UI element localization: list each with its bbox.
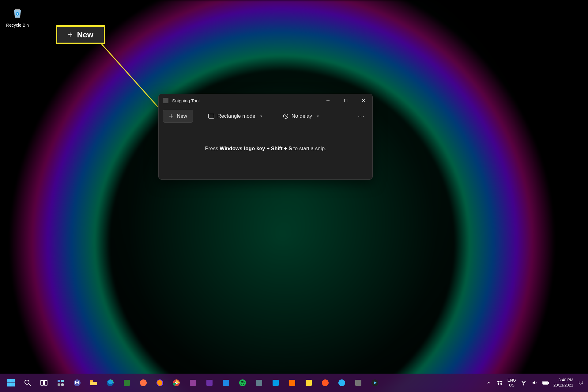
svg-rect-3 [345, 99, 347, 102]
ellipsis-icon: ··· [358, 113, 365, 120]
svg-rect-21 [61, 380, 64, 382]
svg-rect-15 [11, 383, 15, 386]
firefox-button[interactable] [153, 375, 167, 390]
window-close-button[interactable] [355, 94, 372, 107]
clock-time: 3:40 PM [553, 378, 573, 383]
clock-date: 20/11/2021 [553, 383, 573, 388]
svg-rect-14 [7, 383, 11, 386]
taskbar-app-icon[interactable] [351, 375, 366, 390]
widgets-button[interactable] [53, 375, 68, 390]
taskbar-app-icon[interactable] [252, 375, 266, 390]
callout-label: New [77, 30, 93, 40]
notifications-button[interactable] [578, 379, 584, 386]
window-title: Snipping Tool [172, 98, 319, 103]
task-view-button[interactable] [37, 375, 51, 390]
system-clock[interactable]: 3:40 PM 20/11/2021 [553, 378, 573, 388]
chat-button[interactable] [70, 375, 85, 390]
file-explorer-button[interactable] [86, 375, 101, 390]
svg-rect-48 [548, 382, 549, 383]
window-titlebar[interactable]: Snipping Tool [159, 94, 372, 107]
svg-rect-37 [256, 380, 262, 386]
chevron-down-icon: ▾ [260, 114, 262, 118]
svg-rect-38 [273, 380, 279, 386]
svg-rect-39 [289, 380, 295, 386]
taskbar-app-icon[interactable] [334, 375, 349, 390]
recycle-bin-icon [9, 4, 26, 21]
search-button[interactable] [20, 375, 35, 390]
taskbar-app-icon[interactable] [318, 375, 333, 390]
svg-rect-12 [7, 379, 11, 382]
window-minimize-button[interactable] [319, 94, 337, 107]
spotify-button[interactable] [235, 375, 250, 390]
lang-region: US [507, 383, 516, 388]
recycle-bin-label: Recycle Bin [6, 23, 29, 28]
snipping-tool-app-icon [163, 98, 168, 103]
plus-icon [169, 114, 174, 119]
taskbar-app-icon[interactable] [186, 375, 200, 390]
volume-tray-icon[interactable] [531, 379, 538, 386]
dropbox-tray-icon[interactable] [496, 379, 503, 386]
svg-rect-13 [11, 379, 15, 382]
taskbar-app-icon[interactable] [368, 375, 382, 390]
svg-point-41 [322, 379, 329, 386]
taskbar-app-icon[interactable] [136, 375, 151, 390]
svg-rect-27 [124, 380, 130, 386]
chevron-down-icon: ▾ [317, 114, 319, 118]
lang-code: ENG [507, 378, 516, 383]
svg-point-28 [140, 379, 147, 386]
delay-dropdown[interactable]: No delay ▾ [277, 110, 324, 122]
desktop-wallpaper [0, 0, 588, 392]
taskbar-app-icon[interactable] [268, 375, 283, 390]
snipping-tool-window: Snipping Tool New Rectangle mode ▾ [158, 94, 373, 180]
new-snip-button[interactable]: New [163, 110, 193, 123]
recycle-bin-desktop-icon[interactable]: Recycle Bin [6, 4, 29, 28]
chrome-button[interactable] [169, 375, 184, 390]
taskbar-app-icon[interactable] [285, 375, 300, 390]
battery-tray-icon[interactable] [542, 379, 549, 386]
taskbar: ENG US 3:40 PM 20/11/2021 [0, 374, 588, 392]
taskbar-app-icon[interactable] [301, 375, 316, 390]
svg-rect-19 [44, 380, 47, 385]
mode-label: Rectangle mode [217, 113, 255, 119]
svg-rect-34 [206, 380, 213, 386]
new-button-label: New [177, 113, 187, 119]
svg-rect-18 [41, 380, 43, 385]
rectangle-icon [208, 114, 214, 119]
svg-rect-23 [61, 383, 64, 386]
svg-point-16 [25, 380, 29, 384]
taskbar-app-icon[interactable] [202, 375, 217, 390]
svg-line-17 [28, 384, 31, 386]
plus-icon: + [68, 30, 73, 40]
svg-rect-35 [223, 380, 229, 386]
svg-rect-20 [58, 380, 60, 382]
more-options-button[interactable]: ··· [355, 109, 368, 123]
start-button[interactable] [4, 375, 18, 390]
svg-rect-8 [209, 114, 214, 118]
svg-rect-43 [355, 380, 361, 386]
taskbar-app-icon[interactable] [219, 375, 233, 390]
snip-hint-text: Press Windows logo key + Shift + S to st… [159, 146, 372, 152]
svg-rect-49 [543, 382, 547, 384]
svg-line-11 [286, 116, 287, 117]
svg-point-42 [338, 379, 345, 386]
edge-button[interactable] [103, 375, 118, 390]
svg-rect-40 [306, 380, 312, 386]
clock-icon [283, 113, 288, 119]
svg-rect-25 [90, 380, 93, 382]
delay-label: No delay [292, 113, 312, 119]
snipping-tool-toolbar: New Rectangle mode ▾ No delay ▾ ··· [159, 107, 372, 127]
taskbar-app-icon[interactable] [119, 375, 134, 390]
svg-rect-33 [190, 380, 196, 386]
snip-mode-dropdown[interactable]: Rectangle mode ▾ [203, 110, 268, 122]
wifi-tray-icon[interactable] [520, 379, 527, 386]
language-indicator[interactable]: ENG US [507, 378, 516, 387]
svg-rect-22 [58, 383, 60, 386]
window-maximize-button[interactable] [337, 94, 355, 107]
svg-point-46 [523, 385, 524, 385]
tray-overflow-button[interactable] [485, 379, 492, 386]
callout-new-button: + New [56, 25, 105, 44]
